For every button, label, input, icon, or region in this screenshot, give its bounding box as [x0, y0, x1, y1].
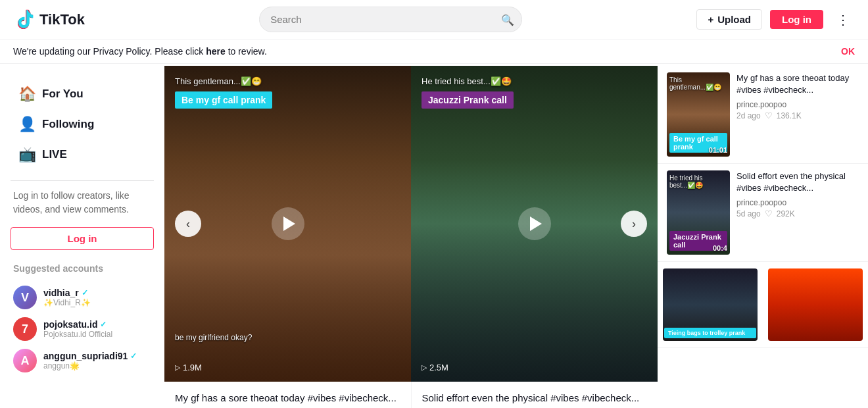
video-info-2: Solid effort even the physical #vibes #v…	[412, 382, 658, 408]
right-author-2: prince.poopoo	[736, 198, 859, 207]
display-name-anggun: anggun🌟	[43, 361, 137, 370]
video-label-2: Jacuzzi Prank call	[422, 91, 514, 109]
likes-2: 292K	[777, 209, 795, 218]
right-author-1: prince.poopoo	[736, 100, 859, 109]
logo[interactable]: TikTok	[13, 9, 85, 31]
avatar-anggun: A	[13, 349, 37, 372]
heart-icon-1: ♡	[765, 111, 773, 120]
account-info-anggun: anggun_supriadi91 ✓ anggun🌟	[43, 351, 137, 370]
right-video-desc-2: Solid effort even the physical #vibes #v…	[736, 170, 859, 194]
video-info-1: My gf has a sore theoat today #vibes #vi…	[164, 382, 412, 408]
suggested-accounts-title: Suggested accounts	[11, 263, 154, 274]
account-item-pojok[interactable]: 7 pojoksatu.id ✓ Pojoksatu.id Official	[11, 313, 154, 345]
play-count-icon-1: ▷	[175, 363, 180, 372]
video-descriptions: My gf has a sore theoat today #vibes #vi…	[164, 382, 658, 408]
sidebar-item-for-you[interactable]: 🏠 For You	[11, 79, 154, 109]
right-thumb-2: He tried his best...✅🤩 Jacuzzi Prank cal…	[667, 170, 730, 255]
sidebar-item-following[interactable]: 👤 Following	[11, 109, 154, 140]
ok-button[interactable]: OK	[841, 46, 855, 57]
videos-container: This gentleman...✅😁 Be my gf call prank …	[164, 66, 658, 382]
username-vidhia: vidhia_r ✓	[43, 288, 91, 298]
right-video-item-3[interactable]: Tieing bags to trolley prank	[658, 262, 763, 348]
privacy-link[interactable]: here	[206, 46, 226, 57]
right-video-item-1[interactable]: This gentleman...✅😁 Be my gf call prank …	[658, 66, 868, 164]
live-icon: 📺	[18, 146, 36, 163]
display-name-pojok: Pojoksatu.id Official	[43, 330, 112, 339]
play-icon-1	[272, 207, 304, 240]
sidebar-item-live[interactable]: 📺 LIVE	[11, 140, 154, 170]
video-desc-2: Solid effort even the physical #vibes #v…	[422, 391, 648, 405]
video-desc-1: My gf has a sore theoat today #vibes #vi…	[175, 391, 400, 405]
time-1: 2d ago	[736, 111, 761, 120]
video-label-1: Be my gf call prank	[175, 91, 272, 109]
search-container: 🔍	[259, 7, 522, 32]
logo-text: TikTok	[39, 11, 85, 28]
layout: 🏠 For You 👤 Following 📺 LIVE Log in to f…	[0, 66, 868, 408]
prev-arrow-button[interactable]: ‹	[175, 211, 201, 237]
verified-badge-vidhia: ✓	[82, 288, 88, 297]
plus-icon: +	[708, 14, 713, 25]
username-anggun: anggun_supriadi91 ✓	[43, 351, 137, 361]
likes-1: 136.1K	[777, 111, 802, 120]
sidebar-divider	[11, 180, 154, 181]
video-title-tag-1: This gentleman...✅😁	[175, 76, 400, 86]
right-video-info-1: My gf has a sore theoat today #vibes #vi…	[736, 72, 859, 157]
search-icon: 🔍	[501, 13, 514, 26]
time-2: 5d ago	[736, 209, 761, 218]
right-video-desc-1: My gf has a sore theoat today #vibes #vi…	[736, 72, 859, 96]
play-icon-2	[518, 207, 551, 240]
sidebar: 🏠 For You 👤 Following 📺 LIVE Log in to f…	[0, 66, 164, 408]
live-label: LIVE	[42, 148, 67, 161]
right-thumb-3: Tieing bags to trolley prank	[663, 268, 758, 341]
right-thumb-label-3: Tieing bags to trolley prank	[664, 328, 756, 338]
following-label: Following	[42, 118, 94, 131]
search-input[interactable]	[259, 7, 522, 32]
account-item-vidhia[interactable]: V vidhia_r ✓ ✨Vidhi_R✨	[11, 282, 154, 313]
right-stats-1: 2d ago ♡ 136.1K	[736, 111, 859, 120]
right-thumb-4	[768, 268, 863, 341]
account-info-pojok: pojoksatu.id ✓ Pojoksatu.id Official	[43, 319, 112, 339]
video-item-1[interactable]: This gentleman...✅😁 Be my gf call prank …	[164, 66, 411, 382]
header-actions: + Upload Log in ⋮	[696, 9, 855, 30]
view-count-2: ▷ 2.5M	[422, 363, 448, 372]
upload-label: Upload	[717, 14, 751, 25]
main-content: ‹ This gentleman...✅😁 Be my gf call pran…	[164, 66, 658, 408]
next-arrow-button[interactable]: ›	[621, 211, 647, 237]
heart-icon-2: ♡	[765, 209, 773, 218]
username-pojok: pojoksatu.id ✓	[43, 319, 112, 330]
for-you-label: For You	[42, 88, 84, 101]
verified-badge-anggun: ✓	[130, 351, 137, 361]
right-video-item-2[interactable]: He tried his best...✅🤩 Jacuzzi Prank cal…	[658, 164, 868, 262]
right-thumb-duration-1: 01:01	[709, 146, 727, 154]
login-button[interactable]: Log in	[770, 10, 823, 29]
following-icon: 👤	[18, 116, 36, 133]
video-subtitle-1: be my girlfriend okay?	[175, 333, 252, 342]
avatar-pojok: 7	[13, 317, 37, 341]
right-thumb-title-1: This gentleman...✅😁	[669, 76, 727, 91]
for-you-icon: 🏠	[18, 86, 36, 103]
upload-button[interactable]: + Upload	[696, 9, 762, 30]
right-bottom-thumbs: Tieing bags to trolley prank	[658, 262, 868, 348]
right-stats-2: 5d ago ♡ 292K	[736, 209, 859, 218]
header: TikTok 🔍 + Upload Log in ⋮	[0, 0, 868, 39]
right-video-item-4[interactable]	[763, 262, 868, 348]
privacy-banner: We're updating our Privacy Policy. Pleas…	[0, 39, 868, 64]
sidebar-nav: 🏠 For You 👤 Following 📺 LIVE	[11, 79, 154, 170]
right-thumb-title-2: He tried his best...✅🤩	[669, 174, 727, 189]
account-item-anggun[interactable]: A anggun_supriadi91 ✓ anggun🌟	[11, 345, 154, 376]
right-panel: This gentleman...✅😁 Be my gf call prank …	[658, 66, 868, 408]
video-carousel: ‹ This gentleman...✅😁 Be my gf call pran…	[164, 66, 658, 382]
sidebar-login-prompt: Log in to follow creators, like videos, …	[11, 189, 154, 217]
right-video-info-2: Solid effort even the physical #vibes #v…	[736, 170, 859, 255]
tiktok-logo-icon	[13, 9, 36, 31]
right-thumb-1: This gentleman...✅😁 Be my gf call prank …	[667, 72, 730, 157]
display-name-vidhia: ✨Vidhi_R✨	[43, 298, 91, 307]
right-thumb-duration-2: 00:4	[713, 244, 727, 252]
verified-badge-pojok: ✓	[100, 320, 107, 329]
video-title-tag-2: He tried his best...✅🤩	[422, 76, 647, 86]
avatar-vidhia: V	[13, 286, 37, 309]
play-count-icon-2: ▷	[422, 363, 427, 372]
more-options-button[interactable]: ⋮	[831, 9, 855, 30]
sidebar-login-button[interactable]: Log in	[11, 227, 154, 250]
view-count-1: ▷ 1.9M	[175, 363, 202, 372]
